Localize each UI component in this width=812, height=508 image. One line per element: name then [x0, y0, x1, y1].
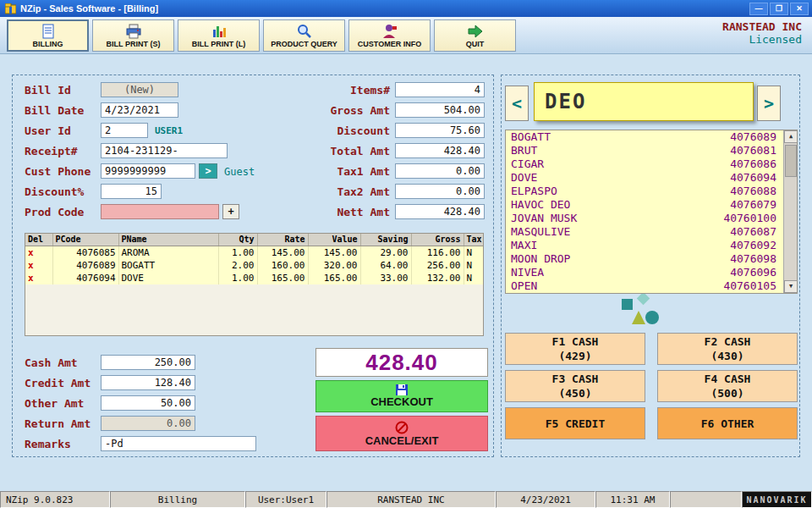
app-window: NZip - Sales Software - [Billing] — ❐ ✕ …: [0, 0, 812, 508]
user-id-input[interactable]: [101, 123, 148, 138]
header-pcode[interactable]: PCode: [52, 234, 118, 246]
bill-print-l-button[interactable]: BILL PRINT (L): [178, 19, 260, 52]
fkey-label: F6 OTHER: [701, 417, 754, 431]
prod-code-input[interactable]: [101, 204, 219, 219]
list-item[interactable]: MASQULIVE4076087: [506, 225, 797, 239]
product-code: 4076087: [730, 225, 776, 238]
product-code: 4076081: [730, 144, 776, 157]
license-status: Licensed: [722, 33, 802, 46]
discount-pct-label: Discount%: [25, 185, 84, 198]
product-name: DOVE: [511, 171, 537, 184]
cell-qty: 1.00: [218, 246, 257, 259]
minimize-icon[interactable]: —: [749, 3, 768, 15]
header-gross[interactable]: Gross: [411, 234, 464, 246]
status-bar: NZip 9.0.823 Billing User:User1 RANSTEAD…: [0, 491, 812, 508]
header-del[interactable]: Del: [25, 234, 52, 246]
scroll-down-icon[interactable]: ▼: [784, 280, 798, 293]
product-name: ELPASPO: [511, 185, 557, 197]
fkey-label: F4 CASH: [705, 372, 751, 386]
list-item[interactable]: MOON DROP4076098: [506, 252, 797, 266]
checkout-button[interactable]: CHECKOUT: [315, 380, 488, 412]
table-row[interactable]: x 4076089 BOGATT 2.00 160.00 320.00 64.0…: [25, 259, 483, 272]
close-icon[interactable]: ✕: [790, 3, 809, 15]
cell-del[interactable]: x: [25, 259, 52, 272]
remarks-input[interactable]: [101, 436, 256, 451]
status-version: NZip 9.0.823: [0, 491, 110, 508]
items-input[interactable]: [395, 82, 485, 97]
list-scrollbar[interactable]: ▲ ▼: [783, 130, 797, 293]
billing-button-label: BILLING: [33, 40, 63, 48]
header-rate[interactable]: Rate: [257, 234, 308, 246]
bill-print-s-label: BILL PRINT (S): [107, 40, 161, 48]
header-value[interactable]: Value: [308, 234, 360, 246]
header-saving[interactable]: Saving: [360, 234, 411, 246]
billing-button[interactable]: BILLING: [7, 19, 89, 52]
discount-pct-input[interactable]: [101, 184, 162, 199]
list-item[interactable]: OPEN40760105: [506, 279, 797, 293]
discount-input[interactable]: [395, 123, 485, 138]
total-amt-input[interactable]: [395, 143, 485, 158]
return-amt-input[interactable]: [101, 416, 195, 431]
fkey-f5-credit-button[interactable]: F5 CREDIT: [505, 407, 645, 439]
customer-info-button[interactable]: CUSTOMER INFO: [348, 19, 431, 52]
fkey-f6-other-button[interactable]: F6 OTHER: [657, 407, 798, 439]
cell-del[interactable]: x: [25, 272, 52, 284]
scrollbar-thumb[interactable]: [785, 145, 797, 177]
customer-info-label: CUSTOMER INFO: [358, 40, 421, 48]
gross-amt-input[interactable]: [395, 102, 485, 118]
list-item[interactable]: MAXI4076092: [506, 239, 797, 252]
add-product-button[interactable]: +: [222, 204, 239, 219]
nett-amt-input[interactable]: [395, 204, 485, 219]
header-tax[interactable]: Tax: [464, 234, 483, 246]
credit-amt-input[interactable]: [101, 375, 195, 390]
cell-del[interactable]: x: [25, 246, 52, 259]
list-item[interactable]: JOVAN MUSK40760100: [506, 212, 797, 225]
cash-amt-input[interactable]: [101, 355, 195, 370]
product-name: MOON DROP: [511, 252, 570, 265]
bill-print-s-button[interactable]: BILL PRINT (S): [92, 19, 174, 52]
cell-pname: DOVE: [118, 272, 218, 284]
cell-saving: 64.00: [360, 259, 411, 272]
header-pname[interactable]: PName: [118, 234, 218, 246]
bill-date-input[interactable]: [101, 102, 178, 118]
status-spacer: [670, 491, 742, 508]
fkey-f2-cash-button[interactable]: F2 CASH (430): [657, 333, 798, 365]
tax1-amt-label: Tax1 Amt: [283, 165, 390, 178]
fkey-f1-cash-button[interactable]: F1 CASH (429): [505, 333, 645, 365]
maximize-icon[interactable]: ❐: [770, 3, 788, 15]
header-qty[interactable]: Qty: [218, 234, 257, 246]
receipt-input[interactable]: [101, 143, 228, 158]
list-item[interactable]: ELPASPO4076088: [506, 185, 797, 198]
items-table-container: Del PCode PName Qty Rate Value Saving Gr…: [25, 233, 484, 336]
tax1-amt-input[interactable]: [395, 163, 485, 179]
other-amt-input[interactable]: [101, 395, 195, 411]
cell-qty: 2.00: [218, 259, 257, 272]
table-row[interactable]: x 4076094 DOVE 1.00 165.00 165.00 33.00 …: [25, 272, 483, 284]
quit-button[interactable]: QUIT: [434, 19, 516, 52]
category-name-box: DEO: [534, 82, 754, 121]
list-item[interactable]: BOGATT4076089: [506, 130, 797, 144]
table-row[interactable]: x 4076085 AROMA 1.00 145.00 145.00 29.00…: [25, 246, 483, 259]
gross-amt-label: Gross Amt: [283, 104, 390, 117]
cancel-icon: [395, 421, 409, 434]
list-item[interactable]: DOVE4076094: [506, 171, 797, 185]
remarks-label: Remarks: [25, 438, 71, 450]
fkey-f4-cash-button[interactable]: F4 CASH (500): [657, 370, 798, 402]
cust-phone-label: Cust Phone: [25, 165, 91, 178]
product-query-button[interactable]: PRODUCT QUERY: [263, 19, 345, 52]
list-item[interactable]: BRUT4076081: [506, 144, 797, 157]
phone-lookup-button[interactable]: >: [199, 163, 217, 179]
category-prev-button[interactable]: <: [505, 86, 529, 121]
list-item[interactable]: CIGAR4076086: [506, 157, 797, 171]
list-item[interactable]: NIVEA4076096: [506, 266, 797, 279]
fkey-f3-cash-button[interactable]: F3 CASH (450): [505, 370, 645, 402]
category-next-button[interactable]: >: [757, 86, 781, 121]
cell-rate: 160.00: [257, 259, 308, 272]
cell-pcode: 4076085: [52, 246, 118, 259]
tax2-amt-input[interactable]: [395, 184, 485, 199]
cancel-exit-button[interactable]: CANCEL/EXIT: [315, 416, 488, 451]
scroll-up-icon[interactable]: ▲: [784, 130, 798, 143]
list-item[interactable]: HAVOC DEO4076079: [506, 198, 797, 212]
cust-phone-input[interactable]: [101, 163, 195, 179]
bill-id-input[interactable]: [101, 82, 178, 97]
